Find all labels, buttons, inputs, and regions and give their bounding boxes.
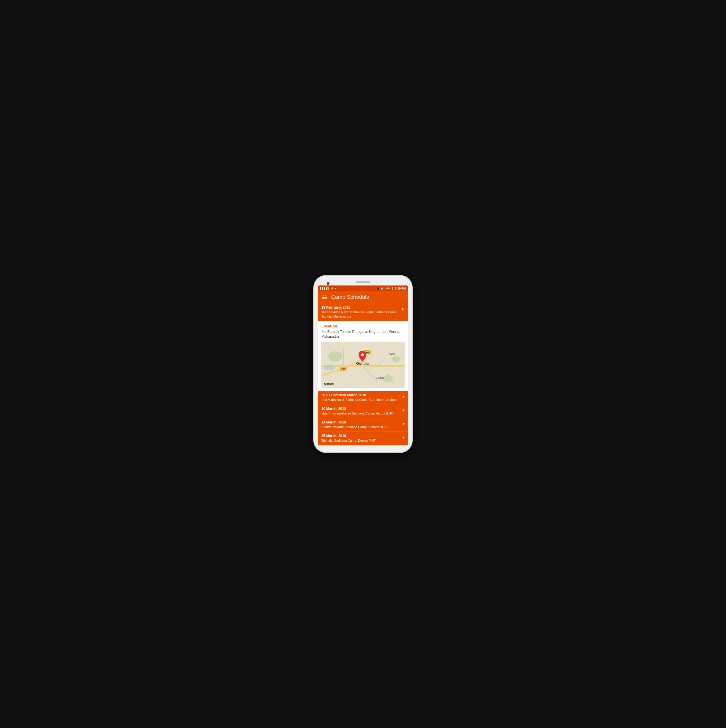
accordion-header-camp2[interactable]: 28-01 February-March,2018 Holi Mahotsav … bbox=[318, 391, 408, 404]
accordion-item-camp4: 11 March, 2018 Chaitra Navratri Sadhana … bbox=[318, 418, 408, 431]
hamburger-line-2 bbox=[322, 297, 327, 298]
accordion-header-text-camp4: 11 March, 2018 Chaitra Navratri Sadhana … bbox=[321, 420, 400, 429]
camp4-chevron: ▾ bbox=[403, 421, 405, 426]
camp1-date: 18 February, 2018 bbox=[321, 306, 398, 309]
camera bbox=[326, 282, 329, 285]
hamburger-line-1 bbox=[322, 295, 327, 296]
accordion-header-text-camp1: 18 February, 2018 Tantra Badha Nivaran B… bbox=[321, 306, 398, 318]
svg-point-7 bbox=[328, 351, 342, 361]
mute-icon: 🔇 bbox=[334, 287, 337, 290]
wifi-icon: WiFi bbox=[385, 287, 390, 290]
map-container[interactable]: 249 753 Gondia Aasoli Chulod bbox=[321, 342, 405, 388]
camp5-date: 25 March, 2018 bbox=[321, 434, 400, 438]
hamburger-line-3 bbox=[322, 298, 327, 299]
accordion-header-camp1[interactable]: 18 February, 2018 Tantra Badha Nivaran B… bbox=[318, 303, 408, 321]
camp5-chevron: ▾ bbox=[403, 435, 405, 440]
svg-text:753: 753 bbox=[341, 368, 345, 370]
camp2-name: Holi Mahotsav & Sadhana Camp, Gurudham, … bbox=[321, 398, 400, 402]
accordion-header-text-camp5: 25 March, 2018 Trishakti Sadhana Camp, D… bbox=[321, 434, 400, 442]
svg-point-8 bbox=[383, 375, 393, 382]
svg-point-9 bbox=[392, 356, 401, 362]
camp5-name: Trishakti Sadhana Camp, Dewas (M.P) bbox=[321, 439, 400, 442]
vibrate-icon: 📳 bbox=[377, 287, 380, 290]
accordion-item-camp2: 28-01 February-March,2018 Holi Mahotsav … bbox=[318, 391, 408, 404]
usb-icon: ⚡ bbox=[330, 287, 334, 290]
map-svg: 249 753 Gondia Aasoli Chulod bbox=[321, 342, 405, 388]
svg-text:Aasoli: Aasoli bbox=[389, 353, 396, 355]
accordion-item-camp1: 18 February, 2018 Tantra Badha Nivaran B… bbox=[318, 303, 408, 390]
phone-device: ▌▌▌▌▌ ⚡ 🔇 📳 ⏰ WiFi 🔋 5:16 PM Camp Schedu… bbox=[314, 276, 412, 452]
svg-point-19 bbox=[361, 353, 364, 356]
camp2-date: 28-01 February-March,2018 bbox=[321, 393, 400, 397]
alarm-icon: ⏰ bbox=[381, 287, 384, 290]
camp2-chevron: ▾ bbox=[403, 394, 405, 399]
accordion-header-camp3[interactable]: 10 March, 2018 Maa Bhuwaneshwari Sadhana… bbox=[318, 404, 408, 418]
camp1-location-text: Kal Bhairav Temple Prangana, Nagradham, … bbox=[321, 329, 405, 339]
camp3-date: 10 March, 2018 bbox=[321, 407, 400, 411]
camp-list: 18 February, 2018 Tantra Badha Nivaran B… bbox=[318, 303, 408, 445]
location-label: Location bbox=[321, 324, 405, 328]
camp4-name: Chaitra Navratri Sadhana Camp, Banaras (… bbox=[321, 425, 400, 429]
accordion-header-text-camp2: 28-01 February-March,2018 Holi Mahotsav … bbox=[321, 393, 400, 402]
camp1-name: Tantra Badha Nivaran Bhairav Siddhi Sadh… bbox=[321, 310, 398, 318]
signal-icon: ▌▌▌▌▌ bbox=[320, 287, 329, 290]
accordion-header-camp4[interactable]: 11 March, 2018 Chaitra Navratri Sadhana … bbox=[318, 418, 408, 431]
camp4-date: 11 March, 2018 bbox=[321, 420, 400, 424]
phone-screen: ▌▌▌▌▌ ⚡ 🔇 📳 ⏰ WiFi 🔋 5:16 PM Camp Schedu… bbox=[318, 286, 408, 445]
status-left: ▌▌▌▌▌ ⚡ 🔇 bbox=[320, 287, 337, 290]
status-time: 5:16 PM bbox=[395, 287, 406, 290]
speaker bbox=[356, 281, 370, 283]
svg-text:Google: Google bbox=[324, 382, 334, 385]
hamburger-menu-button[interactable] bbox=[322, 295, 327, 299]
status-bar: ▌▌▌▌▌ ⚡ 🔇 📳 ⏰ WiFi 🔋 5:16 PM bbox=[318, 286, 408, 291]
accordion-body-camp1: Location Kal Bhairav Temple Prangana, Na… bbox=[318, 321, 408, 391]
camp3-chevron: ▾ bbox=[403, 408, 405, 413]
accordion-item-camp3: 10 March, 2018 Maa Bhuwaneshwari Sadhana… bbox=[318, 404, 408, 418]
svg-point-10 bbox=[324, 365, 335, 370]
battery-icon: 🔋 bbox=[391, 287, 394, 290]
app-bar: Camp Schedule bbox=[318, 291, 408, 303]
status-right: 📳 ⏰ WiFi 🔋 5:16 PM bbox=[377, 287, 406, 290]
accordion-item-camp5: 25 March, 2018 Trishakti Sadhana Camp, D… bbox=[318, 431, 408, 445]
svg-text:Chulod: Chulod bbox=[376, 376, 384, 379]
accordion-header-camp5[interactable]: 25 March, 2018 Trishakti Sadhana Camp, D… bbox=[318, 431, 408, 445]
camp1-chevron: ▲ bbox=[401, 307, 405, 311]
camp3-name: Maa Bhuwaneshwari Sadhana Camp, Hardoi (… bbox=[321, 411, 400, 415]
app-title: Camp Schedule bbox=[331, 294, 369, 300]
accordion-header-text-camp3: 10 March, 2018 Maa Bhuwaneshwari Sadhana… bbox=[321, 407, 400, 415]
phone-bottom-bar bbox=[318, 445, 408, 448]
phone-top-bar bbox=[318, 280, 408, 286]
